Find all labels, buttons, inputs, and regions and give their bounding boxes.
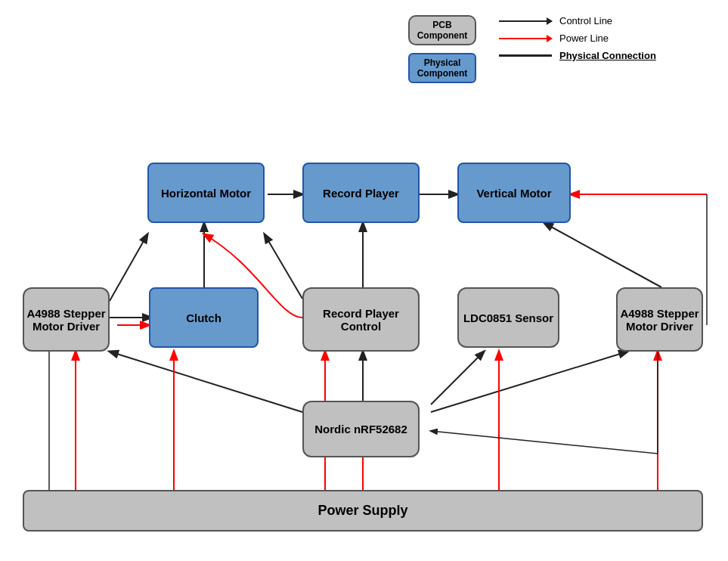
- nordic-node: Nordic nRF52682: [302, 401, 420, 457]
- physical-connection-icon: [499, 54, 552, 57]
- svg-line-6: [431, 352, 627, 412]
- svg-line-5: [431, 352, 484, 404]
- legend-pcb-component: PCB Component: [408, 15, 476, 45]
- horizontal-motor-node: Horizontal Motor: [147, 163, 265, 223]
- vertical-motor-node: Vertical Motor: [457, 163, 571, 223]
- legend-power-line: Power Line: [499, 33, 656, 44]
- control-line-icon: [499, 20, 552, 22]
- svg-line-0: [110, 234, 147, 301]
- legend-physical-component: Physical Component: [408, 53, 476, 83]
- diagram: PCB Component Physical Component Control…: [0, 0, 728, 561]
- svg-line-3: [265, 234, 302, 299]
- ldc0851-sensor-node: LDC0851 Sensor: [457, 287, 559, 348]
- a4988-right-node: A4988 Stepper Motor Driver: [616, 287, 703, 352]
- svg-line-9: [544, 223, 661, 287]
- legend-boxes: PCB Component Physical Component: [408, 15, 476, 83]
- legend-physical-connection: Physical Connection: [499, 50, 656, 61]
- record-player-control-node: Record Player Control: [302, 287, 420, 352]
- power-supply-node: Power Supply: [23, 490, 703, 532]
- a4988-left-node: A4988 Stepper Motor Driver: [23, 287, 110, 352]
- connections-svg: [0, 0, 728, 561]
- power-line-icon: [499, 38, 552, 39]
- legend-lines: Control Line Power Line Physical Connect…: [499, 15, 656, 83]
- legend-control-line: Control Line: [499, 15, 656, 26]
- svg-line-7: [110, 352, 302, 412]
- clutch-node: Clutch: [149, 287, 259, 348]
- record-player-node: Record Player: [302, 163, 420, 223]
- legend: PCB Component Physical Component Control…: [408, 15, 656, 83]
